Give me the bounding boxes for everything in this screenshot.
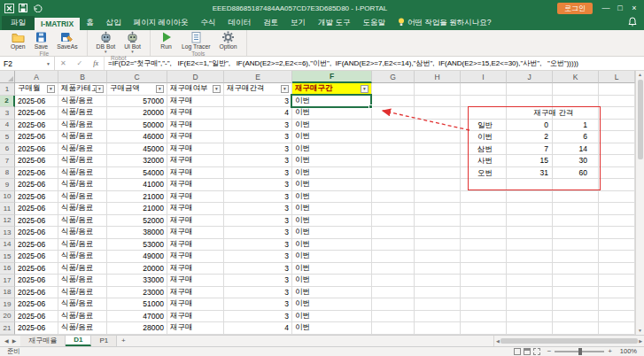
ribbon-tab-review[interactable]: 검토 bbox=[257, 16, 284, 30]
cell-E8[interactable]: 3 bbox=[224, 167, 292, 180]
cell-E17[interactable]: 3 bbox=[224, 275, 292, 287]
cell-I15[interactable] bbox=[461, 251, 507, 263]
column-header-G[interactable]: G bbox=[372, 71, 415, 83]
filter-button-F[interactable]: ▾ bbox=[361, 85, 369, 93]
cell-H15[interactable] bbox=[415, 251, 461, 263]
cell-D13[interactable]: 재구매 bbox=[167, 227, 224, 239]
cell-F14[interactable]: 이번 bbox=[292, 239, 372, 252]
cell-A12[interactable]: 2025-06 bbox=[15, 215, 58, 228]
zoom-out-button[interactable]: − bbox=[547, 348, 552, 355]
select-all-corner[interactable] bbox=[0, 71, 15, 83]
cell-K7[interactable] bbox=[553, 155, 599, 167]
cell-G18[interactable] bbox=[372, 287, 415, 299]
cell-E20[interactable]: 3 bbox=[224, 311, 292, 323]
cell-E1[interactable]: 재구매간격▾ bbox=[224, 83, 292, 96]
cell-C18[interactable]: 23000 bbox=[107, 287, 167, 299]
cell-F13[interactable]: 이번 bbox=[292, 227, 372, 239]
cell-L6[interactable] bbox=[599, 143, 635, 156]
cell-E18[interactable]: 3 bbox=[224, 287, 292, 299]
cell-A10[interactable]: 2025-06 bbox=[15, 191, 58, 204]
prev-sheet-icon[interactable]: ◀ bbox=[4, 337, 9, 344]
cell-B4[interactable]: 식품/음료 bbox=[58, 120, 107, 132]
cell-J11[interactable] bbox=[507, 203, 553, 215]
cell-A17[interactable]: 2025-06 bbox=[15, 275, 58, 287]
cell-K21[interactable] bbox=[553, 322, 599, 335]
cell-L11[interactable] bbox=[599, 203, 635, 215]
cell-G2[interactable] bbox=[372, 96, 415, 108]
cell-J17[interactable] bbox=[507, 275, 553, 287]
cell-I3[interactable] bbox=[461, 107, 507, 120]
cell-L1[interactable] bbox=[599, 83, 635, 96]
cell-K20[interactable] bbox=[553, 311, 599, 323]
cell-L13[interactable] bbox=[599, 227, 635, 239]
cell-L20[interactable] bbox=[599, 311, 635, 323]
cell-K8[interactable] bbox=[553, 167, 599, 180]
cell-I21[interactable] bbox=[461, 322, 507, 335]
cell-I13[interactable] bbox=[461, 227, 507, 239]
cell-K11[interactable] bbox=[553, 203, 599, 215]
normal-view-icon[interactable] bbox=[514, 348, 521, 355]
cell-B17[interactable]: 식품/음료 bbox=[58, 275, 107, 287]
cell-H21[interactable] bbox=[415, 322, 461, 335]
cell-J8[interactable] bbox=[507, 167, 553, 180]
cell-B6[interactable]: 식품/음료 bbox=[58, 143, 107, 156]
cell-G9[interactable] bbox=[372, 179, 415, 191]
ribbon-tab-formulas[interactable]: 수식 bbox=[195, 16, 222, 30]
cell-G17[interactable] bbox=[372, 275, 415, 287]
cell-E10[interactable]: 3 bbox=[224, 191, 292, 204]
ribbon-tab-view[interactable]: 보기 bbox=[284, 16, 312, 30]
cell-A5[interactable]: 2025-06 bbox=[15, 131, 58, 143]
column-header-C[interactable]: C bbox=[107, 71, 167, 83]
cell-A7[interactable]: 2025-06 bbox=[15, 155, 58, 167]
cell-F21[interactable]: 이번 bbox=[292, 322, 372, 335]
cell-I1[interactable] bbox=[461, 83, 507, 96]
cell-K15[interactable] bbox=[553, 251, 599, 263]
cell-D19[interactable]: 재구매 bbox=[167, 298, 224, 311]
cell-C9[interactable]: 41000 bbox=[107, 179, 167, 191]
login-button[interactable]: 로그인 bbox=[557, 3, 593, 14]
cell-B9[interactable]: 식품/음료 bbox=[58, 179, 107, 191]
filter-button-D[interactable]: ▾ bbox=[213, 85, 221, 93]
cell-D10[interactable]: 재구매 bbox=[167, 191, 224, 204]
cell-F9[interactable]: 이번 bbox=[292, 179, 372, 191]
cell-J6[interactable] bbox=[507, 143, 553, 156]
zoom-thumb[interactable] bbox=[578, 348, 582, 355]
cell-D14[interactable]: 재구매 bbox=[167, 239, 224, 252]
cell-E5[interactable]: 3 bbox=[224, 131, 292, 143]
cell-D16[interactable]: 재구매 bbox=[167, 263, 224, 275]
close-button[interactable]: × bbox=[628, 2, 640, 14]
cell-F5[interactable]: 이번 bbox=[292, 131, 372, 143]
cell-H20[interactable] bbox=[415, 311, 461, 323]
cell-F20[interactable]: 이번 bbox=[292, 311, 372, 323]
cell-C2[interactable]: 57000 bbox=[107, 96, 167, 108]
cell-G6[interactable] bbox=[372, 143, 415, 156]
cell-D21[interactable]: 재구매 bbox=[167, 322, 224, 335]
name-box-dropdown-icon[interactable]: ▼ bbox=[46, 61, 50, 66]
ribbon-tab-home[interactable]: 홈 bbox=[80, 16, 100, 30]
row-header-18[interactable]: 18 bbox=[0, 287, 15, 299]
cell-A3[interactable]: 2025-06 bbox=[15, 107, 58, 120]
cell-H13[interactable] bbox=[415, 227, 461, 239]
cell-G19[interactable] bbox=[372, 298, 415, 311]
cell-E3[interactable]: 4 bbox=[224, 107, 292, 120]
cell-I19[interactable] bbox=[461, 298, 507, 311]
filter-button-A[interactable]: ▾ bbox=[47, 85, 55, 93]
cell-B1[interactable]: 제품카테고리▾ bbox=[58, 83, 107, 96]
cell-C16[interactable]: 20000 bbox=[107, 263, 167, 275]
cell-F7[interactable]: 이번 bbox=[292, 155, 372, 167]
cell-C12[interactable]: 52000 bbox=[107, 215, 167, 228]
cell-K18[interactable] bbox=[553, 287, 599, 299]
cell-I7[interactable] bbox=[461, 155, 507, 167]
cell-F15[interactable]: 이번 bbox=[292, 251, 372, 263]
sheet-tab-repurchase-rate[interactable]: 재구매율 bbox=[20, 336, 66, 346]
cell-C17[interactable]: 33000 bbox=[107, 275, 167, 287]
cell-D12[interactable]: 재구매 bbox=[167, 215, 224, 228]
maximize-button[interactable]: □ bbox=[614, 2, 626, 14]
cell-L19[interactable] bbox=[599, 298, 635, 311]
row-header-17[interactable]: 17 bbox=[0, 275, 15, 287]
scroll-up-icon[interactable]: ▲ bbox=[638, 71, 642, 79]
cell-F4[interactable]: 이번 bbox=[292, 120, 372, 132]
cell-D1[interactable]: 재구매여부▾ bbox=[167, 83, 224, 96]
ui-bot-button[interactable]: UI Bot▾ bbox=[120, 31, 145, 54]
cell-F11[interactable]: 이번 bbox=[292, 203, 372, 215]
